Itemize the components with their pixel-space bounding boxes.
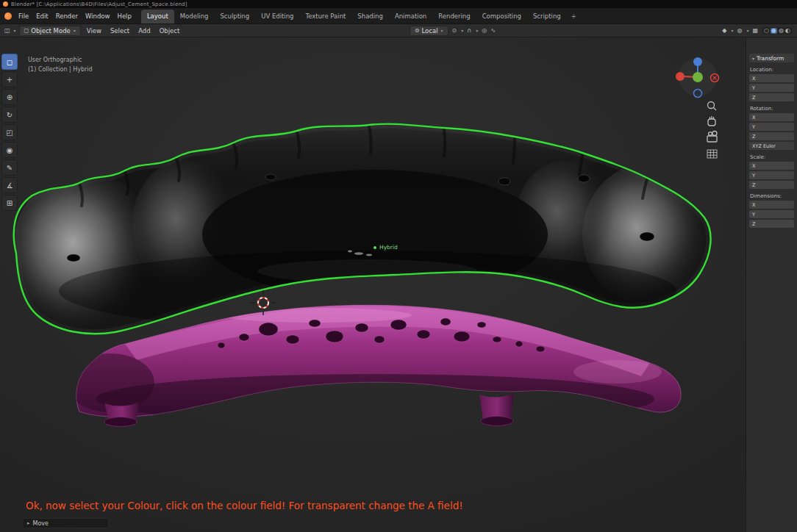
location-x-field[interactable]: X: [749, 74, 794, 82]
rotation-label: Rotation:: [750, 106, 793, 112]
blender-window: Blender* [C:\Applications\B4D\Files\Adju…: [0, 0, 797, 532]
add-workspace-button[interactable]: +: [567, 10, 581, 24]
panel-title: Transform: [757, 55, 784, 62]
editor-type-dropdown-icon[interactable]: ▾: [14, 28, 16, 33]
mode-label: Object Mode: [31, 27, 71, 35]
workspace-tab-compositing[interactable]: Compositing: [476, 10, 527, 24]
axis-z-neg-handle[interactable]: [694, 90, 702, 98]
menu-window[interactable]: Window: [82, 11, 114, 21]
workspace-tab-scripting[interactable]: Scripting: [527, 10, 567, 24]
menu-file[interactable]: File: [15, 11, 32, 21]
workspace-tab-animation[interactable]: Animation: [389, 10, 432, 24]
tool-add-cube[interactable]: ⊞: [1, 195, 18, 211]
workspace-tabs: Layout Modeling Sculpting UV Editing Tex…: [141, 8, 581, 24]
menu-render[interactable]: Render: [52, 11, 82, 21]
object-mode-icon: ◻: [24, 28, 29, 34]
shading-rendered-icon[interactable]: ◐: [785, 28, 790, 34]
menu-help[interactable]: Help: [113, 11, 135, 21]
orientation-dropdown[interactable]: ⊚ Local ▾: [410, 26, 448, 36]
viewport-info: User Orthographic (1) Collection | Hybri…: [28, 55, 93, 74]
dimensions-x-field[interactable]: X: [749, 201, 794, 209]
view-label: User Orthographic: [28, 55, 93, 65]
viewport-header: ◫ ▾ ◻ Object Mode ▾ View Select Add Obje…: [0, 24, 797, 37]
workspace-tab-modeling[interactable]: Modeling: [174, 10, 215, 24]
tutorial-message: Ok, now select your Colour, click on the…: [26, 500, 463, 511]
shading-mode-group: ○ ● ◍ ◐: [762, 27, 793, 35]
measure-icon: ∡: [7, 181, 13, 190]
rotation-y-field[interactable]: Y: [749, 123, 794, 131]
transform-controls: ⊚ Local ▾ ⊙ ▾ ∩ ▾ ◎ ∿: [410, 26, 496, 36]
viewport-3d[interactable]: ◻ + ⊕ ↻ ◰ ◉ ✎ ∡ ⊞ User Orthographic (1) …: [0, 37, 797, 532]
tool-measure[interactable]: ∡: [1, 177, 18, 193]
rotation-x-field[interactable]: X: [749, 113, 794, 121]
chevron-down-icon: ▾: [441, 28, 443, 33]
transform-panel-header[interactable]: ▾ Transform: [749, 54, 794, 62]
dimensions-label: Dimensions:: [750, 193, 793, 199]
scene-canvas[interactable]: [0, 37, 746, 532]
transform-icon: ◉: [7, 146, 13, 154]
pivot-dropdown-icon[interactable]: ▾: [461, 28, 463, 33]
gizmo-dropdown-icon[interactable]: ▾: [732, 28, 734, 33]
window-title: Blender* [C:\Applications\B4D\Files\Adju…: [11, 1, 187, 7]
workspace-tab-uv-editing[interactable]: UV Editing: [255, 10, 299, 24]
tool-move[interactable]: ⊕: [1, 89, 18, 105]
workspace-tab-rendering[interactable]: Rendering: [432, 10, 476, 24]
workspace-tab-layout[interactable]: Layout: [141, 10, 174, 24]
move-icon: ⊕: [7, 93, 12, 101]
select-box-icon: ◻: [7, 58, 12, 66]
object-name-label: Hybrid: [374, 244, 398, 251]
scale-x-field[interactable]: X: [749, 162, 794, 170]
topbar: File Edit Render Window Help Layout Mode…: [0, 8, 797, 24]
scale-icon: ◰: [6, 129, 12, 137]
toggle-xray-icon[interactable]: ▦: [753, 28, 759, 34]
snap-dropdown-icon[interactable]: ▾: [476, 28, 478, 33]
location-y-field[interactable]: Y: [749, 84, 794, 92]
chevron-down-icon: ▾: [74, 28, 76, 33]
pivot-point-icon[interactable]: ⊙: [452, 28, 457, 34]
tool-select-box[interactable]: ◻: [1, 54, 18, 70]
axis-z-handle[interactable]: [693, 57, 702, 66]
dimensions-z-field[interactable]: Z: [749, 220, 794, 228]
menu-edit[interactable]: Edit: [32, 11, 51, 21]
menu-object[interactable]: Object: [157, 26, 183, 35]
show-overlays-icon[interactable]: ◍: [737, 28, 743, 34]
rotation-z-field[interactable]: Z: [749, 132, 794, 140]
tool-cursor[interactable]: +: [1, 71, 18, 87]
location-z-field[interactable]: Z: [749, 93, 794, 101]
menu-view[interactable]: View: [84, 26, 104, 35]
chevron-down-icon: ▾: [752, 56, 754, 61]
axis-x-handle[interactable]: [676, 72, 685, 81]
titlebar: Blender* [C:\Applications\B4D\Files\Adju…: [0, 0, 797, 8]
proportional-editing-icon[interactable]: ◎: [482, 28, 487, 34]
workspace-tab-shading[interactable]: Shading: [351, 10, 389, 24]
operator-redo-panel[interactable]: ▸ Move: [22, 518, 109, 528]
rotation-order-dropdown[interactable]: XYZ Euler: [749, 142, 794, 150]
show-gizmo-icon[interactable]: ◆: [722, 28, 726, 34]
location-label: Location:: [750, 67, 793, 73]
shading-wireframe-icon[interactable]: ○: [764, 28, 769, 34]
axis-y-handle[interactable]: [693, 72, 703, 82]
shading-material-icon[interactable]: ◍: [779, 28, 784, 34]
scale-z-field[interactable]: Z: [749, 181, 794, 189]
tool-scale[interactable]: ◰: [1, 124, 18, 140]
workspace-tab-texture-paint[interactable]: Texture Paint: [300, 10, 352, 24]
orientation-label: Local: [422, 27, 438, 35]
blender-menu-icon[interactable]: [4, 12, 12, 20]
menu-add[interactable]: Add: [135, 26, 153, 35]
snap-magnet-icon[interactable]: ∩: [467, 28, 471, 34]
rotate-icon: ↻: [7, 111, 12, 119]
tool-rotate[interactable]: ↻: [1, 107, 18, 123]
workspace-tab-sculpting[interactable]: Sculpting: [214, 10, 255, 24]
scale-y-field[interactable]: Y: [749, 171, 794, 179]
menu-select[interactable]: Select: [107, 26, 132, 35]
tool-transform[interactable]: ◉: [1, 142, 18, 158]
operator-label: Move: [33, 520, 49, 527]
overlays-dropdown-icon[interactable]: ▾: [747, 28, 749, 33]
dimensions-y-field[interactable]: Y: [749, 210, 794, 218]
annotate-icon: ✎: [7, 164, 12, 172]
mode-dropdown[interactable]: ◻ Object Mode ▾: [19, 26, 81, 36]
editor-type-icon[interactable]: ◫: [4, 28, 10, 34]
shading-solid-icon[interactable]: ●: [771, 28, 777, 34]
falloff-icon[interactable]: ∿: [490, 28, 496, 34]
tool-annotate[interactable]: ✎: [1, 159, 18, 176]
